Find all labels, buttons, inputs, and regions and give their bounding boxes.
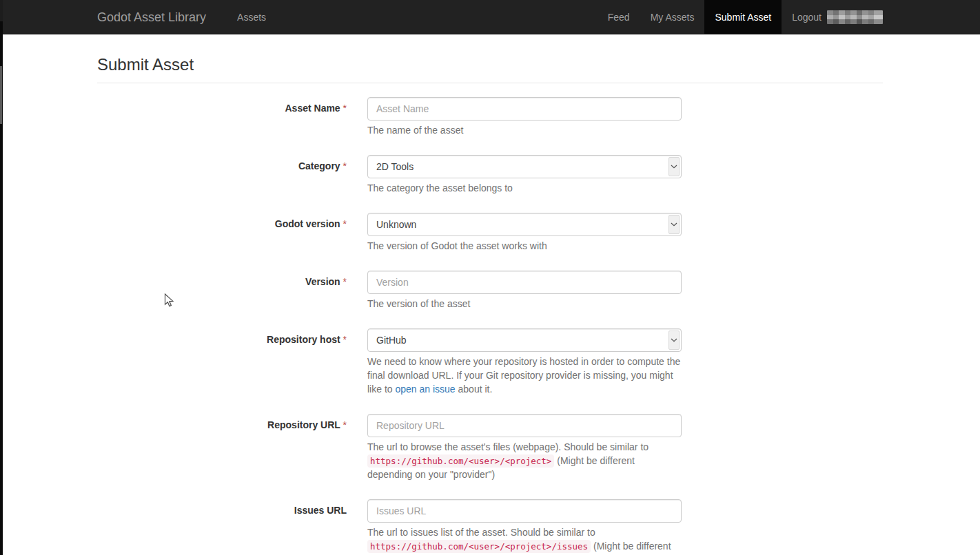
- repository-host-help: We need to know where your repository is…: [367, 355, 682, 397]
- required-asterisk: *: [343, 276, 347, 287]
- category-label: Category *: [97, 155, 357, 202]
- repository-host-selected-value: GitHub: [376, 335, 407, 346]
- repository-url-example-code: https://github.com/<user>/<project>: [367, 454, 554, 468]
- required-asterisk: *: [343, 218, 347, 229]
- repository-url-label: Repository URL *: [97, 414, 357, 489]
- version-label: Version *: [97, 271, 357, 318]
- nav-item-feed[interactable]: Feed: [598, 0, 640, 34]
- required-asterisk: *: [343, 160, 347, 171]
- repository-host-label: Repository host *: [97, 328, 357, 404]
- godot-version-dropdown-button[interactable]: [668, 215, 680, 234]
- screen-edge-strip: [0, 0, 3, 555]
- form-row-category: Category * 2D Tools The category the ass…: [97, 155, 883, 202]
- godot-version-label: Godot version *: [97, 213, 357, 260]
- nav-item-my-assets[interactable]: My Assets: [640, 0, 705, 34]
- chevron-down-icon: [671, 165, 677, 169]
- required-asterisk: *: [343, 103, 347, 114]
- form-row-godot-version: Godot version * Unknown The version of G…: [97, 213, 883, 260]
- form-row-repository-url: Repository URL * The url to browse the a…: [97, 414, 883, 489]
- version-input[interactable]: [367, 271, 682, 294]
- form-row-repository-host: Repository host * GitHub We need to know…: [97, 328, 883, 404]
- category-selected-value: 2D Tools: [376, 161, 414, 172]
- navbar: Godot Asset Library Assets Feed My Asset…: [0, 0, 980, 34]
- asset-name-label: Asset Name *: [97, 97, 357, 145]
- version-help: The version of the asset: [367, 297, 682, 311]
- form-row-issues-url: Issues URL The url to issues list of the…: [97, 499, 883, 555]
- logout-username-redacted: [827, 10, 883, 24]
- nav-item-submit-asset[interactable]: Submit Asset: [704, 0, 782, 34]
- nav-item-logout[interactable]: Logout: [782, 0, 893, 34]
- navbar-right-nav: Feed My Assets Submit Asset Logout: [598, 0, 893, 34]
- issues-url-input[interactable]: [367, 499, 682, 523]
- chevron-down-icon: [671, 222, 677, 227]
- required-asterisk: *: [343, 419, 347, 430]
- nav-item-assets[interactable]: Assets: [227, 0, 276, 34]
- repository-host-select[interactable]: GitHub: [367, 328, 682, 352]
- issues-url-label: Issues URL: [97, 499, 357, 555]
- asset-name-input[interactable]: [367, 97, 682, 121]
- open-an-issue-link[interactable]: open an issue: [395, 384, 455, 395]
- godot-version-selected-value: Unknown: [376, 219, 416, 230]
- category-select[interactable]: 2D Tools: [367, 155, 682, 178]
- navbar-left-nav: Assets: [227, 0, 276, 34]
- main-content: Submit Asset Asset Name * The name of th…: [87, 53, 893, 555]
- godot-version-select[interactable]: Unknown: [367, 213, 682, 236]
- category-dropdown-button[interactable]: [668, 157, 680, 176]
- category-help: The category the asset belongs to: [367, 182, 682, 196]
- chevron-down-icon: [671, 338, 677, 342]
- logout-label: Logout: [792, 10, 821, 24]
- submit-asset-form: Asset Name * The name of the asset Categ…: [97, 97, 883, 555]
- screen-edge-corner: [0, 0, 3, 21]
- issues-url-help: The url to issues list of the asset. Sho…: [367, 526, 682, 555]
- required-asterisk: *: [343, 334, 347, 345]
- form-row-asset-name: Asset Name * The name of the asset: [97, 97, 883, 145]
- issues-url-example-code: https://github.com/<user>/<project>/issu…: [367, 540, 591, 553]
- godot-version-help: The version of Godot the asset works wit…: [367, 240, 682, 253]
- asset-name-help: The name of the asset: [367, 124, 682, 138]
- screen-edge-scroll-thumb: [0, 66, 2, 124]
- repository-url-help: The url to browse the asset's files (web…: [367, 441, 682, 482]
- repository-host-dropdown-button[interactable]: [668, 331, 680, 350]
- page-title: Submit Asset: [97, 53, 883, 83]
- repository-url-input[interactable]: [367, 414, 682, 437]
- form-row-version: Version * The version of the asset: [97, 271, 883, 318]
- navbar-brand[interactable]: Godot Asset Library: [97, 0, 216, 34]
